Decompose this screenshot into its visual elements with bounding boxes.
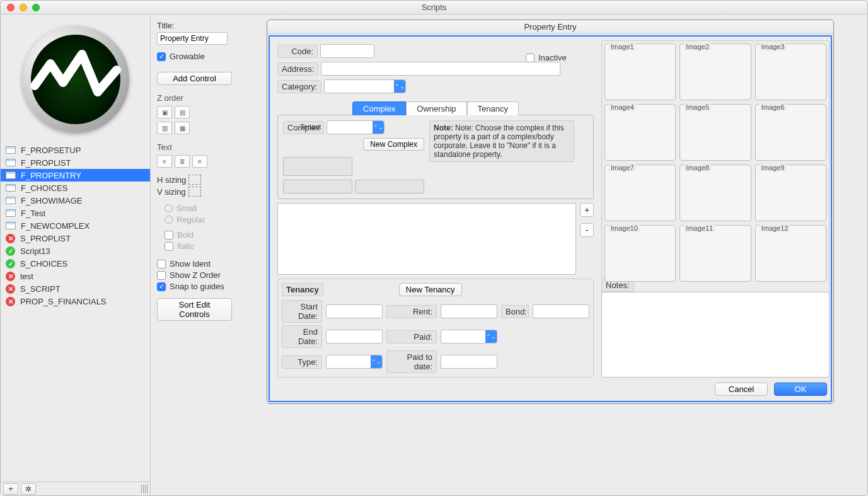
chevron-updown-icon: ⌃⌄ [394, 80, 405, 93]
titlebar[interactable]: Scripts [1, 1, 867, 14]
sort-controls-button[interactable]: Sort Edit Controls [157, 298, 232, 321]
sidebar-item[interactable]: ✕S_PROPLIST [1, 232, 150, 245]
inactive-checkbox[interactable]: Inactive [526, 53, 567, 62]
rent-input[interactable] [441, 304, 497, 318]
type-select[interactable]: ⌃⌄ [326, 355, 383, 369]
end-date-input[interactable] [326, 330, 383, 343]
align-center-button[interactable]: ≣ [175, 155, 190, 168]
new-complex-button[interactable]: New Complex [363, 138, 424, 151]
bond-input[interactable] [533, 304, 589, 318]
align-left-button[interactable]: ≡ [157, 155, 172, 168]
script-settings-button[interactable]: ✲ [21, 483, 36, 495]
tab-complex[interactable]: Complex [352, 101, 406, 115]
add-control-button[interactable]: Add Control [157, 72, 232, 85]
snap-checkbox[interactable]: Snap to guides [157, 282, 232, 291]
code-label: Code: [277, 45, 318, 58]
align-right-button[interactable]: ≡ [192, 155, 207, 168]
list-area[interactable] [277, 203, 576, 275]
bond-label: Bond: [501, 305, 529, 318]
complex-select[interactable]: ⌃⌄ [327, 120, 385, 134]
image-slot-label: Image3 [760, 43, 787, 50]
show-ident-checkbox[interactable]: Show Ident [157, 259, 232, 268]
zorder-back-button[interactable]: ▦ [175, 122, 190, 134]
image-slot[interactable]: Image7 [605, 164, 676, 221]
sidebar-item[interactable]: F_CHOICES [1, 182, 150, 194]
ok-button[interactable]: OK [774, 383, 827, 396]
title-input[interactable] [157, 32, 228, 45]
complex-label: Complex Tenant [283, 121, 324, 134]
script-list[interactable]: F_PROPSETUPF_PROPLISTF_PROPENTRYF_CHOICE… [1, 144, 150, 482]
scripts-window: Scripts F_PROPSETUPF_PROPLISTF_PROPENTRY… [0, 0, 868, 496]
sidebar-item[interactable]: ✓Script13 [1, 245, 150, 257]
code-input[interactable] [320, 44, 374, 58]
paid-select[interactable]: ⌃⌄ [441, 330, 497, 343]
category-select[interactable]: ⌃⌄ [324, 79, 406, 93]
sidebar-item[interactable]: F_PROPENTRY [1, 169, 150, 182]
notes-textarea[interactable] [601, 292, 830, 378]
tab-tenancy[interactable]: Tenancy [467, 101, 519, 115]
tab-ownership[interactable]: Ownership [406, 101, 466, 115]
sidebar-item[interactable]: ✕PROP_S_FINANCIALS [1, 295, 150, 308]
checkbox-icon [526, 54, 535, 62]
image-slot[interactable]: Image12 [755, 225, 826, 282]
sidebar-toolbar: + ✲ [1, 482, 150, 495]
sidebar-item-label: PROP_S_FINANCIALS [20, 297, 107, 306]
text-label: Text [157, 142, 232, 152]
sidebar-item[interactable]: F_PROPSETUP [1, 144, 150, 156]
error-icon: ✕ [6, 272, 15, 281]
image-slot[interactable]: Image1 [605, 43, 676, 100]
radio-icon [165, 204, 173, 212]
paid-to-date-input[interactable] [441, 355, 497, 369]
image-slot-label: Image7 [609, 164, 636, 171]
form-icon [6, 184, 16, 192]
image-slot[interactable]: Image11 [680, 225, 751, 282]
remove-item-button[interactable]: - [580, 223, 594, 237]
new-tenancy-button[interactable]: New Tenancy [399, 283, 462, 296]
end-date-label: End Date: [282, 325, 322, 348]
image-slot[interactable]: Image6 [755, 104, 826, 161]
inspector-panel: Title: Growable Add Control Z order ▣ ▤ … [151, 14, 236, 495]
zorder-backward-button[interactable]: ▥ [157, 122, 172, 134]
add-script-button[interactable]: + [3, 483, 18, 495]
sidebar-item[interactable]: F_Test [1, 207, 150, 219]
image-slot[interactable]: Image3 [755, 43, 826, 100]
vsizing-label: V sizing [157, 187, 186, 197]
resize-grip-icon[interactable] [141, 485, 148, 493]
sidebar-item[interactable]: F_NEWCOMPLEX [1, 219, 150, 232]
vsizing-icon[interactable] [188, 187, 201, 197]
growable-checkbox[interactable]: Growable [157, 52, 232, 61]
sidebar-item[interactable]: F_PROPLIST [1, 156, 150, 169]
image-slot[interactable]: Image4 [605, 104, 676, 161]
hsizing-label: H sizing [157, 175, 186, 185]
image-slot[interactable]: Image8 [680, 164, 751, 221]
show-zorder-checkbox[interactable]: Show Z Order [157, 270, 232, 280]
error-icon: ✕ [6, 297, 15, 306]
cancel-button[interactable]: Cancel [715, 383, 768, 396]
zorder-front-button[interactable]: ▣ [157, 106, 172, 118]
zorder-forward-button[interactable]: ▤ [175, 106, 190, 118]
image-slot[interactable]: Image10 [605, 225, 676, 282]
sidebar-item[interactable]: ✕test [1, 270, 150, 282]
sidebar-item[interactable]: ✕S_SCRIPT [1, 282, 150, 295]
paid-to-date-label: Paid to date: [386, 350, 437, 373]
error-icon: ✕ [6, 284, 15, 294]
add-item-button[interactable]: + [580, 203, 594, 217]
sidebar-item-label: F_SHOWIMAGE [21, 196, 83, 205]
sidebar-item[interactable]: ✓S_CHOICES [1, 257, 150, 270]
start-date-input[interactable] [326, 304, 383, 318]
property-entry-form[interactable]: Property Entry Inactive Code: Ad [267, 20, 834, 404]
sidebar-item-label: S_PROPLIST [20, 234, 71, 243]
sidebar-item-label: Script13 [20, 246, 50, 256]
form-icon [6, 171, 16, 179]
image-slot[interactable]: Image2 [680, 43, 751, 100]
sidebar-item[interactable]: F_SHOWIMAGE [1, 194, 150, 207]
image-slot[interactable]: Image9 [755, 164, 826, 221]
chevron-updown-icon: ⌃⌄ [371, 355, 382, 368]
address-input[interactable] [321, 62, 560, 76]
hsizing-icon[interactable] [188, 175, 201, 185]
window-title: Scripts [1, 3, 867, 12]
form-icon [6, 209, 16, 217]
image-slot[interactable]: Image5 [680, 104, 751, 161]
checkbox-icon [157, 271, 166, 280]
chevron-updown-icon: ⌃⌄ [373, 121, 384, 134]
